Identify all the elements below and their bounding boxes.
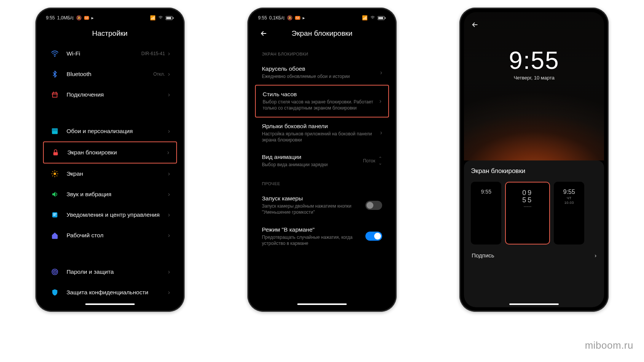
row-value: Поток [363,158,375,164]
row-label: Обои и персонализация [67,128,165,135]
home-indicator[interactable] [297,303,347,305]
page-title: Настройки [92,29,128,38]
lockscreen-preview: 9:55 Четверг, 10 марта [464,12,604,160]
settings-row-lock[interactable]: Экран блокировки› [43,141,177,164]
settings-row-wifi[interactable]: Wi-FiDIR-615-41› [43,43,177,64]
lock-date: Четверг, 10 марта [464,75,604,81]
setting-row[interactable]: Режим "В кармане"Предотвращать случайные… [255,221,389,252]
settings-row-fingerprint[interactable]: Пароли и защита› [43,262,177,282]
svg-point-13 [54,272,55,272]
settings-row-notifications[interactable]: Уведомления и центр управления› [43,205,177,225]
svg-rect-1 [173,17,174,19]
chevron-right-icon: › [595,252,596,259]
wallpaper-icon [50,126,60,136]
setting-row[interactable]: Запуск камерыЗапуск камеры двойным нажат… [255,190,389,221]
expand-icon: ⌃⌄ [378,156,382,165]
section-header: ПРОЧЕЕ [255,173,389,190]
svg-rect-2 [166,17,171,19]
settings-row-shield[interactable]: Защита конфиденциальности› [43,282,177,303]
section-header: ЭКРАН БЛОКИРОВКИ [255,43,389,60]
row-label: Защита конфиденциальности [67,289,165,296]
status-time: 9:55 [46,15,55,21]
signature-row[interactable]: Подпись › [471,245,597,262]
chevron-right-icon: › [380,129,382,136]
settings-row-sound[interactable]: Звук и вибрация› [43,184,177,205]
chevron-right-icon: › [168,71,170,78]
signal-icon: 📶 [362,15,368,21]
settings-row-brightness[interactable]: Экран› [43,164,177,184]
play-icon: ▸ [91,15,94,21]
back-button[interactable] [471,21,479,29]
page-title: Экран блокировки [292,29,352,38]
signature-label: Подпись [472,252,494,259]
setting-row[interactable]: Карусель обоевЕжедневно обновляемые обои… [255,60,389,85]
row-value: Откл. [153,71,165,77]
row-label: Вид анимации [262,154,363,160]
chevron-right-icon: › [380,69,382,76]
row-description: Запуск камеры двойным нажатием кнопки "У… [262,203,365,215]
chevron-right-icon: › [168,289,170,296]
connections-icon [50,90,60,100]
row-label: Уведомления и центр управления [67,211,165,218]
thumb-clock: 9:55 [481,189,491,195]
thumb-sub: ЧТ [567,196,572,200]
battery-icon [166,16,174,20]
phone-clock-style: 9:55 Четверг, 10 марта Экран блокировки … [459,8,609,312]
chevron-right-icon: › [379,98,381,105]
row-label: Экран [67,170,165,177]
status-time: 9:55 [258,15,267,21]
settings-row-wallpaper[interactable]: Обои и персонализация› [43,121,177,141]
chevron-right-icon: › [168,211,170,218]
clock-style-option-3[interactable]: 9:55 ЧТ 10.03 [554,182,584,245]
row-label: Bluetooth [67,71,153,78]
clock-style-option-2-selected[interactable]: 0955 ─── [505,182,550,245]
settings-row-connections[interactable]: Подключения› [43,84,177,105]
row-label: Пароли и защита [67,268,165,275]
fingerprint-icon [50,267,60,277]
toggle-switch[interactable] [365,232,382,241]
svg-rect-16 [378,17,383,19]
thumb-sub2: 10.03 [564,201,574,205]
play-icon: ▸ [303,15,305,21]
home-indicator[interactable] [85,303,135,305]
row-label: Запуск камеры [262,195,365,202]
thumb-sub: ─── [524,205,532,208]
shield-icon [50,287,60,297]
wifi-icon [370,16,375,20]
row-label: Звук и вибрация [67,191,165,198]
app-badge-icon: М [295,16,300,20]
status-speed: 0,1КБ/с [269,15,285,21]
row-label: Стиль часов [263,91,376,98]
row-label: Подключения [67,91,165,98]
settings-row-bluetooth[interactable]: BluetoothОткл.› [43,64,177,84]
setting-row[interactable]: Вид анимацииВыбор вида анимации зарядкиП… [255,148,389,173]
row-label: Карусель обоев [262,65,377,72]
status-bar: 9:55 1,0МБ/с 🔕 М ▸ 📶 [40,12,180,24]
back-button[interactable] [260,29,268,38]
chevron-right-icon: › [168,191,170,198]
toggle-switch[interactable] [365,201,382,210]
page-title-row: Настройки [40,24,180,43]
svg-rect-9 [53,214,56,214]
clock-style-thumbnails: 9:55 0955 ─── 9:55 ЧТ 10.03 [471,182,597,245]
battery-icon [378,16,386,20]
row-value: DIR-615-41 [141,51,165,56]
row-label: Wi-Fi [67,50,142,57]
settings-row-home[interactable]: Рабочий стол› [43,225,177,246]
svg-rect-5 [52,129,57,132]
row-label: Экран блокировки [67,149,164,156]
notifications-icon [50,210,60,220]
row-label: Ярлыки боковой панели [262,123,377,130]
chevron-right-icon: › [168,268,170,275]
setting-row[interactable]: Стиль часовВыбор стиля часов на экране б… [255,85,389,117]
clock-style-option-1[interactable]: 9:55 [471,182,501,245]
lock-clock: 9:55 [464,46,604,75]
phone-lockscreen-settings: 9:55 0,1КБ/с 🔕 М ▸ 📶 Экран блокировки [247,8,397,312]
lock-icon [51,148,61,157]
home-indicator[interactable] [509,303,559,305]
row-description: Выбор стиля часов на экране блокировки. … [263,99,376,111]
setting-row[interactable]: Ярлыки боковой панелиНастройка ярлыков п… [255,117,389,148]
status-speed: 1,0МБ/с [57,15,74,21]
bluetooth-icon [50,69,60,79]
thumb-clock: 9:55 [563,189,575,195]
